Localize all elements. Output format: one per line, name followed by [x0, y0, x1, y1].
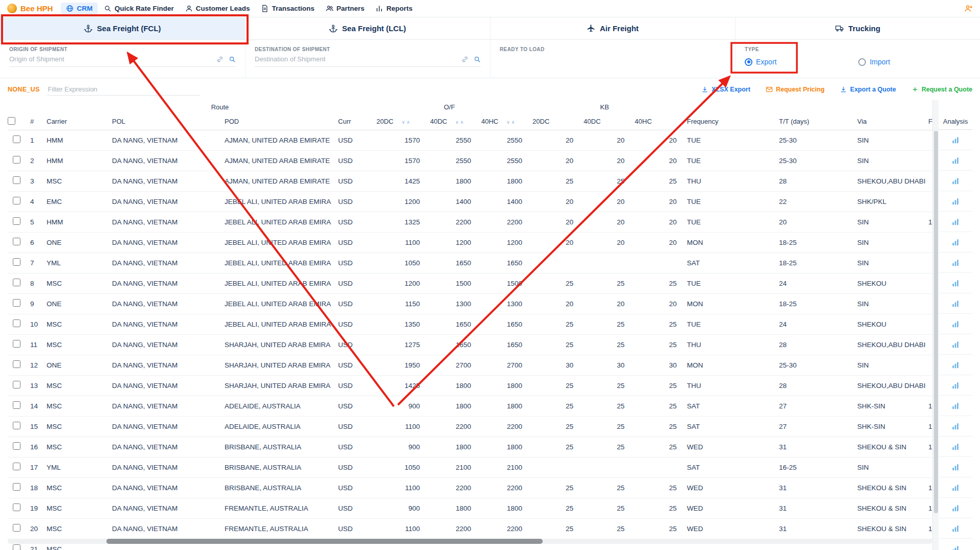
origin-input[interactable] [9, 55, 211, 63]
vertical-scrollbar-thumb[interactable] [934, 131, 938, 513]
analysis-chart-button[interactable] [939, 355, 972, 375]
row-checkbox[interactable] [13, 524, 20, 532]
row-checkbox[interactable] [13, 238, 20, 245]
vertical-scrollbar[interactable] [932, 100, 939, 550]
cell-pol: DA NANG, VIETNAM [107, 212, 219, 232]
link-icon[interactable] [216, 56, 224, 63]
horizontal-scrollbar-thumb[interactable] [106, 539, 543, 544]
cell-carrier: EMC [41, 191, 107, 212]
row-checkbox[interactable] [13, 483, 20, 491]
tab-air-freight[interactable]: Air Freight [490, 17, 735, 39]
row-checkbox[interactable] [13, 156, 20, 164]
search-icon[interactable] [474, 56, 481, 63]
analysis-chart-button[interactable] [939, 171, 972, 191]
rate-row: 2HMMDA NANG, VIETNAMAJMAN, UNITED ARAB E… [8, 150, 932, 171]
analysis-chart-button[interactable] [939, 396, 972, 416]
row-checkbox[interactable] [13, 401, 20, 409]
type-import-radio[interactable]: Import [858, 58, 890, 66]
analysis-chart-button[interactable] [939, 232, 972, 253]
cell-kb20: 25 [527, 498, 578, 518]
export-quote-button[interactable]: Export a Quote [840, 86, 896, 93]
sort-icons[interactable]: ∨∧ [455, 120, 465, 125]
cell-of20: 1325 [371, 212, 425, 232]
cell-tt: 25-30 [774, 355, 852, 375]
nav-item-reports[interactable]: Reports [370, 3, 417, 14]
analysis-chart-button[interactable] [939, 130, 972, 150]
col-of-40hc[interactable]: 40HC∨∧ [476, 113, 527, 130]
cell-curr: USD [333, 437, 371, 457]
analysis-chart-button[interactable] [939, 457, 972, 477]
tab-sea-freight-lcl[interactable]: Sea Freight (LCL) [244, 17, 489, 39]
app-logo[interactable]: Bee HPH [7, 4, 53, 13]
analysis-chart-button[interactable] [939, 437, 972, 457]
nav-item-quick-rate-finder[interactable]: Quick Rate Finder [99, 3, 179, 14]
analysis-chart-button[interactable] [939, 293, 972, 314]
cell-fr [927, 457, 932, 477]
analysis-chart-button[interactable] [939, 253, 972, 273]
row-checkbox[interactable] [13, 319, 20, 327]
row-checkbox[interactable] [13, 340, 20, 348]
col-pol: POL [107, 113, 219, 130]
row-checkbox[interactable] [13, 135, 20, 143]
analysis-chart-button[interactable] [939, 375, 972, 396]
type-export-radio[interactable]: Export [745, 58, 776, 66]
sort-icons[interactable]: ∨∧ [506, 120, 516, 125]
row-checkbox[interactable] [13, 258, 20, 266]
col-frequency: Frequency [682, 113, 774, 130]
row-checkbox[interactable] [13, 422, 20, 429]
nav-item-transactions[interactable]: Transactions [256, 3, 319, 14]
tab-sea-freight-fcl[interactable]: Sea Freight (FCL) [0, 17, 244, 39]
analysis-chart-button[interactable] [939, 518, 972, 539]
download-icon [840, 86, 847, 93]
cell-kb40hc: 25 [630, 498, 682, 518]
analysis-chart-button[interactable] [939, 273, 972, 293]
destination-input[interactable] [255, 55, 456, 63]
row-checkbox[interactable] [13, 197, 20, 204]
analysis-chart-button[interactable] [939, 416, 972, 437]
nav-item-crm[interactable]: CRM [61, 3, 98, 14]
nav-item-customer-leads[interactable]: Customer Leads [180, 3, 255, 14]
cell-kb40 [578, 457, 630, 477]
sort-icons[interactable]: ∨∧ [402, 120, 411, 125]
cell-via: SIN [852, 355, 927, 375]
xlsx-export-button[interactable]: XLSX Export [701, 86, 750, 93]
row-checkbox[interactable] [13, 503, 20, 511]
cell-carrier: ONE [41, 293, 107, 314]
analysis-chart-button[interactable] [939, 498, 972, 518]
analysis-chart-button[interactable] [939, 314, 972, 334]
row-checkbox[interactable] [13, 381, 20, 388]
row-checkbox[interactable] [13, 217, 20, 225]
row-checkbox[interactable] [13, 176, 20, 184]
analysis-chart-button[interactable] [939, 212, 972, 232]
row-checkbox[interactable] [13, 544, 20, 550]
row-checkbox[interactable] [13, 299, 20, 307]
analysis-chart-button[interactable] [939, 191, 972, 212]
request-pricing-button[interactable]: Request Pricing [766, 86, 825, 93]
group-header-route: Route [107, 100, 333, 113]
nav-item-partners[interactable]: Partners [321, 3, 370, 14]
filter-expression-input[interactable] [47, 83, 201, 96]
analysis-chart-button[interactable] [939, 334, 972, 355]
ready-to-load-input[interactable] [500, 55, 726, 63]
link-icon[interactable] [461, 56, 469, 63]
analysis-chart-button[interactable] [939, 477, 972, 498]
search-icon [104, 5, 112, 12]
tab-trucking[interactable]: Trucking [735, 17, 980, 39]
analysis-chart-button[interactable] [939, 539, 972, 550]
row-checkbox[interactable] [13, 442, 20, 450]
row-checkbox[interactable] [13, 279, 20, 286]
cell-pol: DA NANG, VIETNAM [107, 314, 219, 334]
user-plus-icon[interactable] [964, 4, 973, 13]
col-of-20dc[interactable]: 20DC∨∧ [371, 113, 425, 130]
search-icon[interactable] [229, 56, 236, 63]
analysis-chart-button[interactable] [939, 150, 972, 171]
row-checkbox[interactable] [13, 463, 20, 470]
cell-of20: 1200 [371, 273, 425, 293]
col-of-40dc[interactable]: 40DC∨∧ [425, 113, 476, 130]
row-checkbox[interactable] [13, 360, 20, 368]
horizontal-scrollbar[interactable] [8, 539, 932, 544]
request-quote-button[interactable]: Request a Quote [911, 86, 972, 93]
cell-via: SHEKOU [852, 273, 927, 293]
select-all-checkbox[interactable] [8, 117, 15, 125]
cell-of40hc: 2100 [476, 457, 527, 477]
